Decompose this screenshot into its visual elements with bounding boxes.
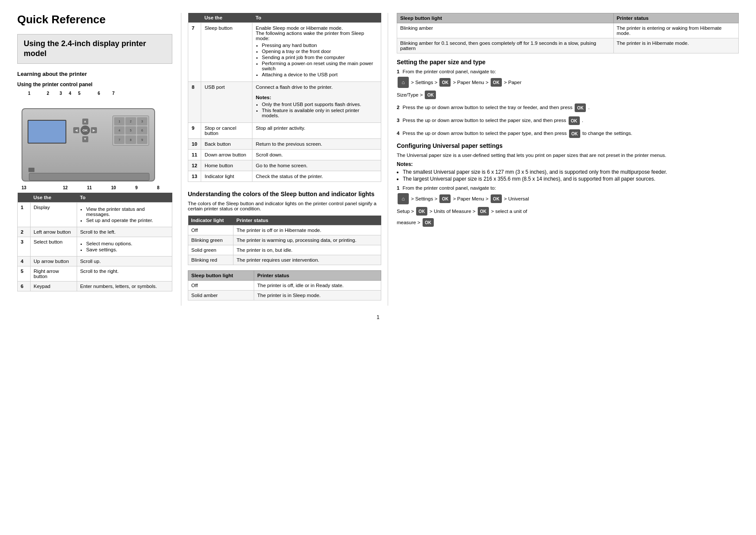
u-ok-1: OK: [439, 194, 451, 203]
home-icon-2: ⌂: [398, 193, 409, 204]
row-num: 7: [188, 23, 201, 82]
universal-intro: The Universal paper size is a user-defin…: [397, 153, 739, 158]
u-arrow-1: > Settings >: [411, 196, 437, 201]
u-measure-label: measure >: [397, 220, 420, 225]
row-num: 1: [18, 202, 31, 227]
key-1: 1: [114, 117, 124, 125]
sleep-header-status: Printer status: [254, 271, 381, 281]
u-ok-5: OK: [423, 218, 434, 227]
row-to: Select menu options. Save settings.: [77, 237, 172, 256]
table-row: 1 Display View the printer status and me…: [18, 202, 172, 227]
control-panel-table: Use the To 1 Display View the printer st…: [17, 193, 172, 291]
row-use: Select button: [31, 237, 77, 256]
step-text-2b: .: [588, 105, 589, 110]
indicator-table: Indicator light Printer status Off The p…: [188, 216, 381, 265]
notes-title: Notes:: [397, 161, 739, 167]
row-use: USB port: [201, 82, 252, 123]
u-ok-2: OK: [491, 194, 502, 203]
sleep2-light: Blinking amber for 0.1 second, then goes…: [397, 38, 614, 53]
sleep-light: Off: [188, 281, 254, 291]
table-row: 3 Select button Select menu options. Sav…: [18, 237, 172, 256]
label-12: 12: [63, 185, 68, 190]
notes-item-2: The largest Universal paper size is 216 …: [403, 176, 739, 182]
sleep2-header-status: Printer status: [613, 13, 738, 23]
table-row: Blinking amber The printer is entering o…: [397, 23, 739, 38]
notes-item-1: The smallest Universal paper size is 6 x…: [403, 169, 739, 175]
sleep-button-table: Sleep button light Printer status Off Th…: [188, 270, 381, 300]
main-ref-table: Use the To 7 Sleep button Enable Sleep m…: [188, 13, 381, 182]
row-use: Display: [31, 202, 77, 227]
row-use: Back button: [201, 139, 252, 150]
column-2: Use the To 7 Sleep button Enable Sleep m…: [181, 13, 388, 306]
key-5: 5: [125, 126, 136, 135]
table-row: 10 Back button Return to the previous sc…: [188, 139, 381, 150]
universal-title: Configuring Universal paper settings: [397, 142, 739, 149]
indicator-header-status: Printer status: [233, 216, 381, 225]
sleep-status: The printer is in Sleep mode.: [254, 291, 381, 300]
col-header-use: Use the: [31, 193, 77, 203]
size-type-label: Size/Type >: [397, 92, 423, 97]
key-9: 9: [137, 135, 147, 144]
table-row: 12 Home button Go to the home screen.: [188, 160, 381, 171]
label-6: 6: [98, 91, 100, 96]
label-5: 5: [78, 91, 81, 96]
paper-step-1: 1 From the printer control panel, naviga…: [397, 69, 739, 99]
step-text-2: Press the up or down arrow button to sel…: [403, 105, 574, 110]
row-num: 13: [188, 171, 201, 182]
key-8: 8: [125, 135, 136, 144]
paper-step-4: 4 Press the up or down arrow button to s…: [397, 129, 739, 138]
sleep-header-light: Sleep button light: [188, 271, 254, 281]
key-6: 6: [137, 126, 147, 135]
col-header-num: [18, 193, 31, 203]
table-row: 6 Keypad Enter numbers, letters, or symb…: [18, 281, 172, 291]
arrow-2: > Paper Menu >: [453, 80, 488, 85]
table-row: 11 Down arrow button Scroll down.: [188, 150, 381, 160]
indicator-header-light: Indicator light: [188, 216, 233, 225]
row-to: Enable Sleep mode or Hibernate mode. The…: [252, 23, 381, 82]
step-num-3: 3: [397, 118, 399, 123]
table-row: 5 Right arrow button Scroll to the right…: [18, 266, 172, 281]
step-text-3b: .: [582, 118, 583, 123]
row-use: Right arrow button: [31, 266, 77, 281]
row-use: Keypad: [31, 281, 77, 291]
u-ok-3: OK: [416, 207, 427, 216]
sleep-light: Solid amber: [188, 291, 254, 300]
sleep2-light: Blinking amber: [397, 23, 614, 38]
page-title: Quick Reference: [17, 13, 172, 26]
table-row: 9 Stop or cancel button Stop all printer…: [188, 123, 381, 139]
indicator-light: Off: [188, 225, 233, 235]
step-num-1: 1: [397, 69, 399, 74]
step-text-1: From the printer control panel, navigate…: [403, 69, 496, 74]
step-text-3: Press the up or down arrow button to sel…: [403, 118, 568, 123]
step-text-4b: to change the settings.: [582, 131, 632, 136]
table-row: Blinking red The printer requires user i…: [188, 255, 381, 265]
label-7: 7: [112, 91, 115, 96]
printer-display: [28, 120, 66, 144]
u-setup-label: Setup >: [397, 209, 414, 214]
table-row: 4 Up arrow button Scroll up.: [18, 256, 172, 266]
row-num: 12: [188, 160, 201, 171]
label-13: 13: [22, 185, 26, 190]
indicator-status: The printer is warming up, processing da…: [233, 235, 381, 245]
step-text-4: Press the up or down arrow button to sel…: [403, 131, 568, 136]
row-to: Enter numbers, letters, or symbols.: [77, 281, 172, 291]
ok-button-4: OK: [575, 103, 586, 112]
subtitle-box: Using the 2.4-inch display printer model: [17, 34, 172, 64]
nav-ok: OK: [81, 125, 90, 135]
u-arrow-4: > Units of Measure >: [429, 209, 476, 214]
indicator-light: Blinking red: [188, 255, 233, 265]
sleep-status: The printer is off, idle or in Ready sta…: [254, 281, 381, 291]
row-use: Sleep button: [201, 23, 252, 82]
printer-tray: [29, 173, 149, 181]
ok-button-2: OK: [491, 78, 502, 87]
ok-button-3: OK: [425, 91, 436, 99]
u-arrow-3: > Universal: [504, 196, 529, 201]
nav-down: ▼: [82, 136, 88, 142]
table-row: 2 Left arrow button Scroll to the left.: [18, 227, 172, 237]
u-arrow-5: > select a unit of: [491, 209, 527, 214]
paper-step-2: 2 Press the up or down arrow button to s…: [397, 103, 739, 112]
step-num-2: 2: [397, 105, 399, 110]
nav-cluster: ▲ ▼ ◀ ▶ OK: [73, 119, 97, 142]
label-8: 8: [157, 185, 159, 190]
ok-button-5: OK: [569, 116, 580, 125]
